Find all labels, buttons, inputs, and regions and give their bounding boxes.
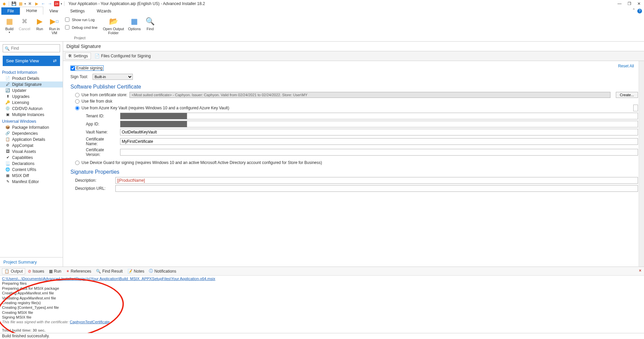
cert-version-input[interactable] [120,149,638,156]
azure-side-box[interactable] [633,105,638,111]
sign-tool-label: Sign Tool: [70,74,89,79]
radio-azure-label: Use from Azure Key Vault (requires Windo… [82,106,229,110]
cert-name-input[interactable] [120,138,638,145]
nav-heading-uw: Universal Windows [0,118,63,124]
signed-text: This file was signed with the certificat… [2,320,70,324]
project-summary-link[interactable]: Project Summary [0,257,63,267]
nav-product-details[interactable]: 📄Product Details [0,75,63,81]
nav-declarations[interactable]: 📃Declarations [0,161,63,167]
description-input[interactable] [115,177,638,184]
subtab-settings[interactable]: 🛠Settings [65,53,91,59]
tab-home[interactable]: Home [20,7,43,15]
vertical-scrollbar[interactable] [639,61,644,267]
sign-tool-select[interactable]: Built-in [93,74,133,80]
radio-cert-store[interactable] [75,93,79,97]
app-id-rest[interactable] [187,121,638,127]
calendar-icon[interactable]: 24 [54,1,59,6]
open-output-folder-button[interactable]: 📂Open Output Folder [101,15,126,36]
debug-cmd-line-checkbox[interactable]: Debug cmd line [64,24,99,30]
nav-upgrades[interactable]: ⬆Upgrades [0,94,63,100]
nav-manifest-editor[interactable]: ✎Manifest Editor [0,179,63,185]
vault-name-input[interactable] [120,129,638,135]
nav-msix-diff[interactable]: ▦MSIX Diff [0,173,63,179]
nav-multiple-instances[interactable]: ▣Multiple Instances [0,112,63,118]
app-id-label: App ID: [80,122,117,126]
left-panel: 🔍 See Simple View⇄ Product Information 📄… [0,42,63,267]
collapse-ribbon-icon[interactable]: ^ [633,8,635,12]
nav-updater[interactable]: 🔄Updater [0,88,63,94]
tab-run[interactable]: ▦Run [47,269,63,274]
radio-use-file[interactable] [75,99,79,104]
app-id-input[interactable] [120,121,187,127]
cert-name-label: Certificate Name: [80,137,117,146]
swap-icon: ⇄ [53,58,57,63]
build-icon[interactable]: ▦ [18,1,23,6]
nav-visual-assets[interactable]: 🖼Visual Assets [0,149,63,155]
tenant-id-rest[interactable] [187,113,638,119]
title-bar: ◆ 💾 ▦ ▾ ✖ ▶ ← → 24 ▾ Your Application - … [0,0,644,7]
nav-heading-product-info: Product Information [0,69,63,75]
cancel-button[interactable]: ✖Cancel [17,15,32,32]
output-file-link[interactable]: C:\Users\...\Documents\Advanced Installe… [2,277,215,281]
output-line: Validating AppxManifest.xml file [2,296,642,300]
dropdown-caret-icon[interactable]: ▾ [24,2,26,5]
cancel-icon[interactable]: ✖ [27,1,33,6]
tab-settings[interactable]: Settings [64,7,91,15]
tab-file[interactable]: File [1,7,20,15]
output-panel: 📋Output ⊘Issues ▦Run ✶References 🔍Find R… [0,267,644,333]
output-line: Creating AppxManifest.xml file [2,291,642,295]
cert-store-dropdown[interactable]: <Most suited certificate> - Caphyon. Iss… [129,92,610,98]
nav-package-information[interactable]: 📦Package Information [0,124,63,130]
run-icon[interactable]: ▶ [34,1,39,6]
notes-icon: 📝 [127,269,132,274]
nav-content-uris[interactable]: 🌐Content URIs [0,167,63,173]
nav-appcompat[interactable]: ⚙AppCompat [0,143,63,149]
search-input[interactable] [3,44,60,52]
section-signature-properties: Signature Properties [70,169,638,175]
tab-find-result[interactable]: 🔍Find Result [94,269,125,274]
forward-icon[interactable]: → [47,1,53,6]
tab-view[interactable]: View [43,7,64,15]
run-in-vm-button[interactable]: ▶☐Run in VM [47,15,62,36]
menu-bar: File Home View Settings Wizards ^ ? [0,7,644,15]
nav-dependencies[interactable]: 🔗Dependencies [0,130,63,136]
radio-use-file-label: Use file from disk [82,99,112,104]
show-run-log-checkbox[interactable]: Show run Log [64,17,99,22]
options-button[interactable]: ▦Options [126,15,143,32]
tab-references[interactable]: ✶References [64,269,93,274]
help-icon[interactable]: ? [637,9,642,13]
radio-device-guard[interactable] [75,161,79,165]
enable-signing-checkbox[interactable]: Enable signing [70,65,104,71]
find-button[interactable]: 🔍Find [143,15,158,32]
tenant-id-input[interactable] [120,113,187,119]
tab-notes[interactable]: 📝Notes [125,269,146,274]
back-icon[interactable]: ← [41,1,46,6]
build-button[interactable]: ▦Build▾ [2,15,17,35]
nav-cd-dvd-autorun[interactable]: 💿CD/DVD Autorun [0,106,63,112]
maximize-button[interactable]: ❐ [628,1,631,6]
nav-application-details[interactable]: 📋Application Details [0,136,63,143]
close-button[interactable]: ✕ [637,1,641,6]
see-simple-view-button[interactable]: See Simple View⇄ [3,56,60,66]
reset-all-link[interactable]: Reset All [618,64,634,68]
separator [64,1,64,6]
save-icon[interactable]: 💾 [11,1,16,6]
create-button[interactable]: Create... [616,92,638,98]
nav-digital-signature[interactable]: 🖊Digital Signature [0,81,63,88]
subtab-files-configured[interactable]: 📄Files Configured for Signing [92,53,154,59]
tab-issues[interactable]: ⊘Issues [26,269,46,274]
description-url-input[interactable] [115,185,638,192]
signed-cert-link[interactable]: CaphyonTestCertificate [70,320,110,324]
minimize-button[interactable]: — [618,1,622,6]
run-button[interactable]: ▶Run [32,15,47,32]
radio-azure-key-vault[interactable] [75,106,79,110]
close-panel-icon[interactable]: × [639,268,641,273]
tab-notifications[interactable]: ⓘNotifications [147,268,178,274]
nav-capabilities[interactable]: ✔Capabilities [0,155,63,161]
output-body[interactable]: C:\Users\...\Documents\Advanced Installe… [0,276,644,333]
tab-output[interactable]: 📋Output [2,268,25,274]
tab-wizards[interactable]: Wizards [91,7,117,15]
output-line: Creating MSIX file [2,310,642,315]
dropdown-caret-icon[interactable]: ▾ [61,2,62,5]
nav-licensing[interactable]: 🔑Licensing [0,100,63,106]
